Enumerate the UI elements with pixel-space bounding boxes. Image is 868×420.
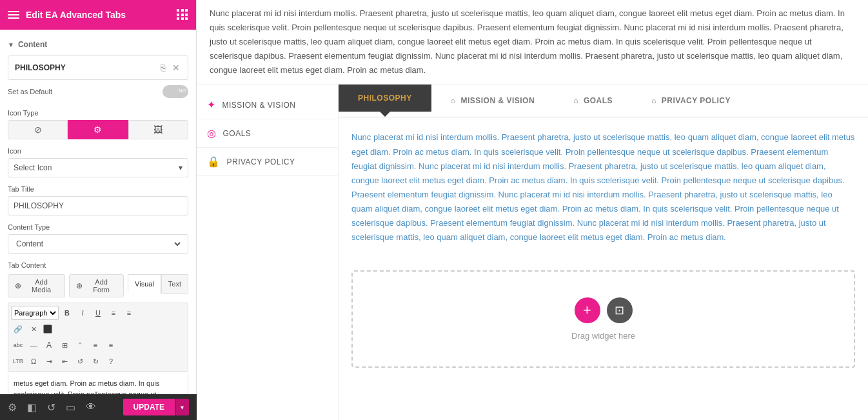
table-button[interactable]: ⊞ — [57, 338, 72, 352]
sidebar-nav-item-1[interactable]: ◎ GOALS — [197, 119, 338, 148]
close-tab-button[interactable]: ✕ — [171, 61, 181, 74]
section-arrow: ▼ — [8, 41, 14, 48]
nav-icon-0: ✦ — [207, 99, 216, 111]
add-form-button[interactable]: ⊕ Add Form — [69, 274, 124, 297]
paragraph-select[interactable]: Paragraph — [11, 306, 59, 320]
ltr-button[interactable]: LTR — [11, 354, 25, 368]
icon-select-wrapper[interactable]: Select Icon ▾ — [8, 158, 188, 177]
tab-goals-icon: ⌂ — [573, 96, 578, 105]
grid-icon[interactable] — [177, 9, 188, 21]
nav-label-0: MISSION & VISION — [222, 101, 296, 110]
copy-tab-button[interactable]: ⎘ — [159, 61, 167, 74]
undo-button[interactable]: ↺ — [73, 354, 87, 368]
add-media-label: Add Media — [25, 278, 58, 294]
set-default-label: Set as Default — [8, 88, 52, 95]
add-media-icon: ⊕ — [15, 281, 21, 290]
strikethrough-button[interactable]: abc — [11, 338, 25, 352]
content-type-select[interactable]: Content Template — [14, 239, 182, 249]
color-box — [43, 325, 52, 334]
tab-item-title: PHILOSOPHY — [15, 63, 66, 72]
blockquote-button[interactable]: " — [73, 338, 87, 352]
tab-item-philosophy: PHILOSOPHY ⎘ ✕ — [8, 55, 188, 80]
editor-text: metus eget diam. Proin ac metus diam. In… — [14, 379, 172, 394]
left-panel: Edit EA Advanced Tabs ▼ Content PHILOSOP… — [0, 0, 197, 420]
section-label: Content — [18, 40, 47, 49]
indent-button[interactable]: ⇥ — [42, 354, 56, 368]
nav-icon-1: ◎ — [207, 127, 217, 139]
set-default-toggle[interactable] — [163, 85, 188, 98]
icon-type-buttons: ⊘ ⚙ 🖼 — [8, 120, 188, 139]
tab-title-input[interactable]: PHILOSOPHY — [8, 196, 188, 215]
tab-mission-icon: ⌂ — [451, 96, 456, 105]
tab-philosophy[interactable]: PHILOSOPHY — [339, 85, 431, 112]
italic-button[interactable]: I — [75, 306, 90, 320]
align-right-button[interactable]: ≡ — [122, 306, 136, 320]
update-dropdown-button[interactable]: ▾ — [175, 399, 189, 415]
update-button[interactable]: UPDATE — [123, 399, 175, 415]
help-button[interactable]: ? — [104, 354, 118, 368]
toggle-slider — [163, 85, 188, 98]
settings-icon[interactable]: ⚙ — [8, 401, 17, 414]
icon-type-label: Icon Type — [8, 109, 188, 117]
philosophy-section: Nunc placerat mi id nisi interdum mollis… — [339, 117, 868, 257]
underline-button[interactable]: U — [91, 306, 105, 320]
panel-scroll-area: ▼ Content PHILOSOPHY ⎘ ✕ Set as Default — [0, 30, 196, 394]
media-buttons: ⊕ Add Media ⊕ Add Form Visual Text — [8, 274, 188, 297]
widget-folder-button[interactable]: ⊡ — [607, 297, 633, 323]
outdent-button[interactable]: ⇤ — [57, 354, 72, 368]
content-type-select-wrapper[interactable]: Content Template — [8, 234, 188, 254]
drag-text: Drag widget here — [571, 331, 635, 341]
editor-toolbar: Paragraph B I U ≡ ≡ 🔗 ✕ abc — [8, 303, 188, 372]
font-color-button[interactable]: A — [42, 338, 56, 352]
icon-type-image-button[interactable]: 🖼 — [128, 120, 188, 139]
align-left-button[interactable]: ≡ — [106, 306, 121, 320]
tab-privacy-icon: ⌂ — [651, 96, 656, 105]
bold-button[interactable]: B — [60, 306, 74, 320]
content-type-row: Content Type Content Template — [8, 223, 188, 254]
sidebar-nav-item-2[interactable]: 🔒 PRIVACY POLICY — [197, 148, 338, 176]
link-button[interactable]: 🔗 — [11, 322, 25, 336]
tab-content-section: Tab Content ⊕ Add Media ⊕ Add Form Visua… — [8, 261, 188, 394]
add-media-button[interactable]: ⊕ Add Media — [8, 274, 65, 297]
tab-goals[interactable]: ⌂ GOALS — [554, 87, 632, 114]
tab-privacy[interactable]: ⌂ PRIVACY POLICY — [632, 87, 750, 114]
icon-label: Icon — [8, 147, 188, 155]
update-btn-wrap: UPDATE ▾ — [123, 399, 189, 415]
widget-buttons: + ⊡ — [575, 297, 633, 323]
preview-sidebar-nav: ✦ MISSION & VISION ◎ GOALS 🔒 PRIVACY POL… — [197, 85, 339, 420]
history-icon[interactable]: ↺ — [47, 401, 55, 414]
nav-label-2: PRIVACY POLICY — [227, 157, 295, 166]
redo-button[interactable]: ↻ — [88, 354, 103, 368]
justify-button[interactable]: ≡ — [104, 338, 118, 352]
special-char-button[interactable]: Ω — [26, 354, 41, 368]
add-form-icon: ⊕ — [76, 281, 83, 290]
sidebar-nav-item-0[interactable]: ✦ MISSION & VISION — [197, 91, 338, 119]
panel-header-left: Edit EA Advanced Tabs — [8, 10, 126, 20]
responsive-icon[interactable]: ▭ — [66, 401, 75, 414]
editor-content[interactable]: metus eget diam. Proin ac metus diam. In… — [8, 374, 188, 394]
hamburger-icon[interactable] — [8, 11, 19, 19]
visual-tab[interactable]: Visual — [128, 274, 161, 294]
icon-type-icon-button[interactable]: ⚙ — [68, 120, 128, 139]
align-center-button[interactable]: ≡ — [88, 338, 103, 352]
right-content: ✦ MISSION & VISION ◎ GOALS 🔒 PRIVACY POL… — [197, 85, 868, 420]
text-tab[interactable]: Text — [161, 274, 188, 294]
tab-mission[interactable]: ⌂ MISSION & VISION — [431, 87, 554, 114]
preview-icon[interactable]: 👁 — [86, 401, 96, 414]
toolbar-row-3: abc — A ⊞ " ≡ ≡ — [11, 338, 185, 352]
layers-icon[interactable]: ◧ — [27, 401, 37, 414]
nav-label-1: GOALS — [223, 129, 252, 138]
toolbar-row-4: LTR Ω ⇥ ⇤ ↺ ↻ ? — [11, 354, 185, 368]
bottom-bar: ⚙ ◧ ↺ ▭ 👁 UPDATE ▾ — [0, 394, 197, 420]
philosophy-text: Nunc placerat mi id nisi interdum mollis… — [351, 130, 855, 245]
content-section-header[interactable]: ▼ Content — [8, 36, 188, 55]
icon-type-none-button[interactable]: ⊘ — [8, 120, 68, 139]
main-content: PHILOSOPHY ⌂ MISSION & VISION ⌂ GOALS ⌂ … — [339, 85, 868, 420]
unlink-button[interactable]: ✕ — [26, 322, 41, 336]
hr-button[interactable]: — — [26, 338, 41, 352]
toggle-row: Set as Default — [8, 85, 188, 101]
panel-title: Edit EA Advanced Tabs — [26, 10, 126, 20]
widget-add-button[interactable]: + — [575, 297, 600, 323]
set-as-default-row: Set as Default — [8, 85, 188, 101]
visual-text-tabs: Visual Text — [128, 274, 188, 294]
